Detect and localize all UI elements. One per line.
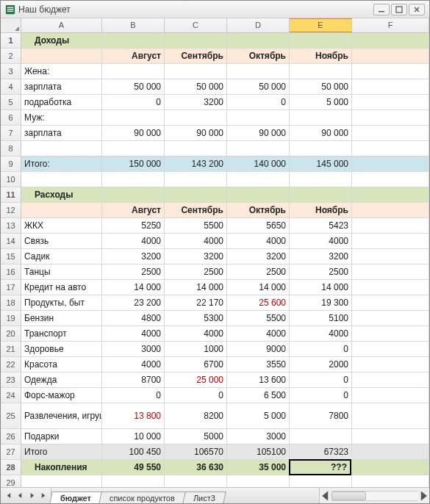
cell[interactable]: [352, 444, 429, 459]
cell[interactable]: 22 170: [165, 295, 227, 310]
cell[interactable]: Итого: [21, 444, 102, 459]
cell[interactable]: 90 000: [165, 126, 227, 140]
row-header[interactable]: 2: [1, 48, 21, 63]
scroll-right-button[interactable]: [418, 491, 429, 501]
cell[interactable]: Ноябрь: [290, 48, 352, 63]
cell[interactable]: 3000: [227, 429, 290, 444]
cell[interactable]: [352, 172, 429, 187]
horizontal-scrollbar[interactable]: [319, 488, 429, 503]
cell[interactable]: [352, 295, 429, 310]
column-header-b[interactable]: B: [102, 18, 165, 32]
cell[interactable]: 2500: [227, 264, 290, 279]
cell[interactable]: 14 000: [290, 280, 352, 295]
row-header[interactable]: 24: [1, 388, 21, 403]
row-header[interactable]: 28: [1, 460, 21, 475]
cell[interactable]: [290, 33, 352, 48]
cell[interactable]: 14 000: [102, 280, 165, 295]
cell[interactable]: зарплата: [21, 79, 102, 94]
row-header[interactable]: 9: [1, 156, 21, 171]
cell[interactable]: [165, 110, 227, 125]
cell[interactable]: Итого:: [21, 156, 102, 171]
cell[interactable]: [165, 33, 227, 48]
cell[interactable]: Накопления: [21, 460, 102, 475]
cell[interactable]: 6700: [165, 357, 227, 372]
row-header[interactable]: 16: [1, 264, 21, 279]
cell[interactable]: 10 000: [102, 429, 165, 444]
scrollbar-thumb[interactable]: [332, 492, 366, 500]
cell[interactable]: 143 200: [165, 156, 227, 171]
cell[interactable]: 35 000: [227, 460, 290, 475]
cell[interactable]: [352, 280, 429, 295]
cell[interactable]: 4800: [102, 311, 165, 325]
row-header[interactable]: 23: [1, 372, 21, 387]
cell[interactable]: 2500: [290, 264, 352, 279]
cell[interactable]: Связь: [21, 234, 102, 248]
cell[interactable]: [351, 460, 429, 475]
row-header[interactable]: 19: [1, 311, 21, 325]
cell[interactable]: Расходы: [21, 187, 102, 202]
cell[interactable]: [227, 475, 290, 487]
cell[interactable]: 3200: [290, 249, 352, 264]
cell[interactable]: Форс-мажор: [21, 388, 102, 403]
cell[interactable]: [352, 475, 429, 487]
cell[interactable]: Октябрь: [227, 203, 290, 217]
maximize-button[interactable]: [391, 4, 407, 15]
cell[interactable]: 3550: [227, 357, 290, 372]
cell[interactable]: 0: [165, 388, 227, 403]
cell[interactable]: [290, 429, 352, 444]
row-header[interactable]: 13: [1, 218, 21, 233]
cell[interactable]: [290, 110, 352, 125]
cell[interactable]: 5250: [102, 218, 165, 233]
cell[interactable]: 90 000: [102, 126, 165, 140]
cell[interactable]: 49 550: [102, 460, 165, 475]
cell[interactable]: [165, 475, 227, 487]
sheet-tab[interactable]: список продуктов: [98, 492, 186, 504]
cell[interactable]: 140 000: [227, 156, 290, 171]
cell[interactable]: 4000: [102, 326, 165, 341]
cell[interactable]: [352, 218, 429, 233]
cell[interactable]: 2500: [102, 264, 165, 279]
cell[interactable]: 50 000: [102, 79, 165, 94]
row-header[interactable]: 12: [1, 203, 21, 217]
cell[interactable]: [165, 141, 227, 156]
row-header[interactable]: 1: [1, 33, 21, 48]
cell[interactable]: 4000: [227, 234, 290, 248]
cell[interactable]: [102, 187, 165, 202]
cell[interactable]: [352, 79, 429, 94]
column-header-a[interactable]: A: [21, 18, 102, 32]
cell[interactable]: 14 000: [227, 280, 290, 295]
cell[interactable]: 4000: [227, 326, 290, 341]
cell[interactable]: [165, 172, 227, 187]
cell[interactable]: 5 000: [290, 95, 352, 109]
cell[interactable]: подработка: [21, 95, 102, 109]
cell[interactable]: 5650: [227, 218, 290, 233]
cell[interactable]: Август: [102, 48, 165, 63]
cell[interactable]: [227, 33, 290, 48]
row-header[interactable]: 29: [1, 475, 21, 487]
cell[interactable]: [352, 372, 429, 387]
cell[interactable]: 36 630: [165, 460, 227, 475]
row-header[interactable]: 3: [1, 64, 21, 79]
cell[interactable]: [290, 64, 352, 79]
cell[interactable]: [227, 64, 290, 79]
cell[interactable]: 0: [290, 372, 352, 387]
cell[interactable]: [102, 141, 165, 156]
cell[interactable]: [352, 249, 429, 264]
column-header-e[interactable]: E: [290, 18, 352, 32]
sheet-tab[interactable]: Лист3: [182, 492, 226, 504]
cell[interactable]: 3200: [165, 249, 227, 264]
cell[interactable]: [352, 64, 429, 79]
row-header[interactable]: 10: [1, 172, 21, 187]
cell[interactable]: 14 000: [165, 280, 227, 295]
cell[interactable]: Муж:: [21, 110, 102, 125]
cell[interactable]: 8700: [102, 372, 165, 387]
cell[interactable]: Подарки: [21, 429, 102, 444]
cell[interactable]: 5 000: [227, 403, 290, 428]
cell[interactable]: 1000: [165, 342, 227, 356]
cell[interactable]: 4000: [290, 234, 352, 248]
row-header[interactable]: 22: [1, 357, 21, 372]
cell[interactable]: 25 600: [227, 295, 290, 310]
cell[interactable]: Кредит на авто: [21, 280, 102, 295]
cell[interactable]: Одежда: [21, 372, 102, 387]
minimize-button[interactable]: [373, 4, 390, 15]
